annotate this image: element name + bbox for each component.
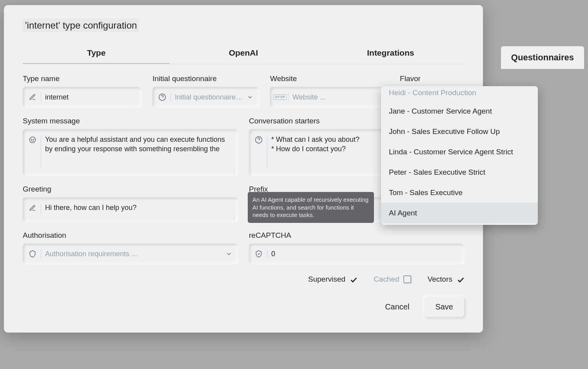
flavor-option-linda[interactable]: Linda - Customer Service Agent Strict [381, 142, 538, 162]
option-supervised-label: Supervised [308, 275, 345, 284]
tab-integrations[interactable]: Integrations [317, 43, 464, 64]
button-row: Cancel Save [23, 297, 464, 317]
type-name-input[interactable] [45, 93, 136, 101]
shield-check-icon [254, 250, 263, 258]
modal-tabs: Type OpenAI Integrations [23, 43, 464, 64]
flavor-option-peter[interactable]: Peter - Sales Executive Strict [381, 162, 538, 183]
system-message-textarea[interactable] [45, 135, 232, 154]
label-recaptcha: reCAPTCHA [249, 231, 464, 240]
field-system-message: System message ⋰ [23, 117, 238, 175]
robot-icon [28, 136, 37, 144]
tab-type[interactable]: Type [23, 43, 170, 64]
label-greeting: Greeting [23, 185, 238, 194]
option-cached-label: Cached [374, 275, 399, 284]
check-icon [349, 275, 357, 283]
pencil-icon [28, 204, 37, 212]
resize-handle-icon: ⋰ [230, 168, 238, 175]
field-type-name: Type name [23, 74, 142, 107]
svg-point-3 [30, 137, 36, 143]
options-row: Supervised Cached Vectors [23, 275, 464, 284]
chevron-down-icon [247, 94, 254, 101]
modal-title: 'internet' type configuration [23, 18, 139, 33]
svg-point-4 [31, 139, 32, 140]
label-type-name: Type name [23, 74, 142, 83]
flavor-dropdown: Heidi - Content Production Jane - Custom… [381, 86, 538, 225]
initial-questionnaire-select[interactable]: Initial questionnaire… [152, 87, 259, 107]
flavor-option-jane[interactable]: Jane - Customer Service Agent [381, 101, 538, 121]
flavor-option-tom[interactable]: Tom - Sales Executive [381, 183, 538, 203]
authorisation-select[interactable]: Authorisation requirements ... [23, 244, 238, 264]
flavor-option-ai-agent[interactable]: AI Agent [381, 203, 538, 223]
option-vectors-label: Vectors [428, 275, 452, 284]
shield-icon [28, 250, 37, 258]
tab-openai[interactable]: OpenAI [170, 43, 317, 64]
initial-questionnaire-placeholder: Initial questionnaire… [175, 93, 243, 101]
cancel-button[interactable]: Cancel [378, 298, 416, 316]
field-authorisation: Authorisation Authorisation requirements… [23, 231, 238, 264]
checkbox-empty-icon [403, 275, 411, 283]
help-circle-icon [254, 136, 263, 144]
label-flavor: Flavor [400, 74, 464, 83]
field-initial-questionnaire: Initial questionnaire Initial questionna… [152, 74, 259, 107]
field-greeting: Greeting ⋰ [23, 185, 238, 222]
label-system-message: System message [23, 117, 238, 125]
option-supervised[interactable]: Supervised [308, 275, 357, 284]
label-initial-questionnaire: Initial questionnaire [152, 74, 259, 83]
field-recaptcha: reCAPTCHA [249, 231, 464, 264]
field-website: Website HTTP [270, 74, 389, 107]
background-tab-questionnaires: Questionnaires [501, 46, 584, 69]
svg-point-5 [33, 139, 34, 140]
pencil-icon [28, 93, 37, 101]
flavor-option-john[interactable]: John - Sales Executive Follow Up [381, 121, 538, 142]
label-authorisation: Authorisation [23, 231, 238, 240]
chevron-down-icon [225, 250, 232, 257]
authorisation-placeholder: Authorisation requirements ... [45, 250, 221, 258]
website-input[interactable] [292, 93, 383, 101]
label-website: Website [270, 74, 389, 83]
help-circle-icon [158, 93, 167, 101]
flavor-option-heidi[interactable]: Heidi - Content Production [381, 88, 538, 101]
recaptcha-input[interactable] [271, 250, 459, 258]
flavor-tooltip: An AI Agent capable of recursively execu… [248, 192, 374, 223]
http-icon: HTTP [276, 93, 284, 101]
option-cached[interactable]: Cached [374, 275, 411, 284]
greeting-textarea[interactable] [45, 203, 232, 222]
check-icon [456, 275, 464, 283]
option-vectors[interactable]: Vectors [428, 275, 464, 284]
save-button[interactable]: Save [424, 297, 464, 317]
